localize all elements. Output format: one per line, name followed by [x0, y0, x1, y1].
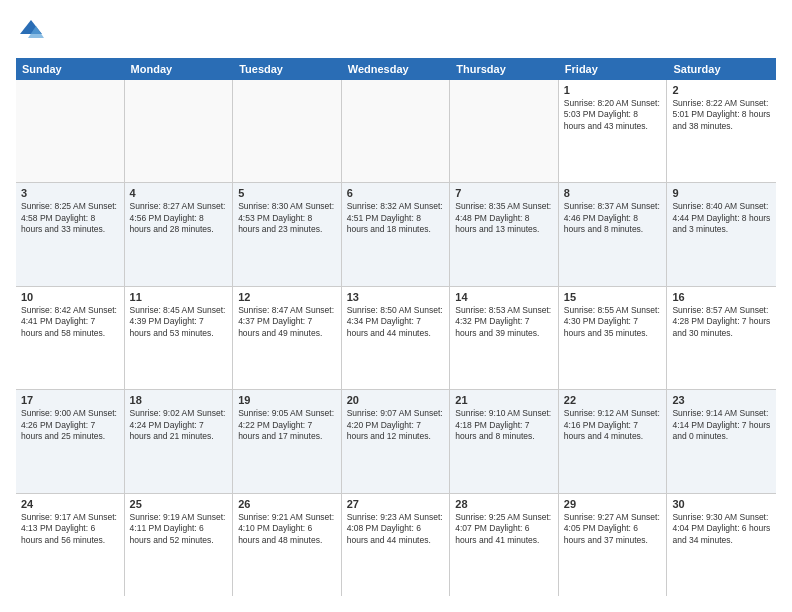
day-cell-5: 5Sunrise: 8:30 AM Sunset: 4:53 PM Daylig…	[233, 183, 342, 285]
day-info: Sunrise: 9:30 AM Sunset: 4:04 PM Dayligh…	[672, 512, 771, 546]
day-info: Sunrise: 9:21 AM Sunset: 4:10 PM Dayligh…	[238, 512, 336, 546]
day-cell-16: 16Sunrise: 8:57 AM Sunset: 4:28 PM Dayli…	[667, 287, 776, 389]
day-cell-18: 18Sunrise: 9:02 AM Sunset: 4:24 PM Dayli…	[125, 390, 234, 492]
day-number: 21	[455, 394, 553, 406]
day-cell-26: 26Sunrise: 9:21 AM Sunset: 4:10 PM Dayli…	[233, 494, 342, 596]
day-info: Sunrise: 8:22 AM Sunset: 5:01 PM Dayligh…	[672, 98, 771, 132]
empty-cell	[450, 80, 559, 182]
day-number: 20	[347, 394, 445, 406]
day-info: Sunrise: 8:53 AM Sunset: 4:32 PM Dayligh…	[455, 305, 553, 339]
day-cell-19: 19Sunrise: 9:05 AM Sunset: 4:22 PM Dayli…	[233, 390, 342, 492]
day-number: 16	[672, 291, 771, 303]
day-cell-24: 24Sunrise: 9:17 AM Sunset: 4:13 PM Dayli…	[16, 494, 125, 596]
day-info: Sunrise: 9:12 AM Sunset: 4:16 PM Dayligh…	[564, 408, 662, 442]
day-number: 10	[21, 291, 119, 303]
day-cell-28: 28Sunrise: 9:25 AM Sunset: 4:07 PM Dayli…	[450, 494, 559, 596]
day-cell-2: 2Sunrise: 8:22 AM Sunset: 5:01 PM Daylig…	[667, 80, 776, 182]
day-number: 1	[564, 84, 662, 96]
day-info: Sunrise: 8:25 AM Sunset: 4:58 PM Dayligh…	[21, 201, 119, 235]
day-cell-29: 29Sunrise: 9:27 AM Sunset: 4:05 PM Dayli…	[559, 494, 668, 596]
day-info: Sunrise: 9:05 AM Sunset: 4:22 PM Dayligh…	[238, 408, 336, 442]
day-cell-3: 3Sunrise: 8:25 AM Sunset: 4:58 PM Daylig…	[16, 183, 125, 285]
day-info: Sunrise: 9:02 AM Sunset: 4:24 PM Dayligh…	[130, 408, 228, 442]
day-info: Sunrise: 9:07 AM Sunset: 4:20 PM Dayligh…	[347, 408, 445, 442]
day-info: Sunrise: 8:37 AM Sunset: 4:46 PM Dayligh…	[564, 201, 662, 235]
day-cell-7: 7Sunrise: 8:35 AM Sunset: 4:48 PM Daylig…	[450, 183, 559, 285]
day-number: 12	[238, 291, 336, 303]
day-info: Sunrise: 9:00 AM Sunset: 4:26 PM Dayligh…	[21, 408, 119, 442]
day-number: 23	[672, 394, 771, 406]
day-number: 25	[130, 498, 228, 510]
day-cell-20: 20Sunrise: 9:07 AM Sunset: 4:20 PM Dayli…	[342, 390, 451, 492]
day-number: 30	[672, 498, 771, 510]
day-cell-11: 11Sunrise: 8:45 AM Sunset: 4:39 PM Dayli…	[125, 287, 234, 389]
day-cell-13: 13Sunrise: 8:50 AM Sunset: 4:34 PM Dayli…	[342, 287, 451, 389]
logo-icon	[16, 16, 46, 46]
day-cell-4: 4Sunrise: 8:27 AM Sunset: 4:56 PM Daylig…	[125, 183, 234, 285]
day-info: Sunrise: 8:55 AM Sunset: 4:30 PM Dayligh…	[564, 305, 662, 339]
page: SundayMondayTuesdayWednesdayThursdayFrid…	[0, 0, 792, 612]
empty-cell	[16, 80, 125, 182]
day-info: Sunrise: 8:47 AM Sunset: 4:37 PM Dayligh…	[238, 305, 336, 339]
day-cell-25: 25Sunrise: 9:19 AM Sunset: 4:11 PM Dayli…	[125, 494, 234, 596]
header-day-wednesday: Wednesday	[342, 58, 451, 80]
day-number: 19	[238, 394, 336, 406]
day-info: Sunrise: 8:30 AM Sunset: 4:53 PM Dayligh…	[238, 201, 336, 235]
header	[16, 16, 776, 46]
day-number: 4	[130, 187, 228, 199]
empty-cell	[342, 80, 451, 182]
header-day-friday: Friday	[559, 58, 668, 80]
day-info: Sunrise: 8:50 AM Sunset: 4:34 PM Dayligh…	[347, 305, 445, 339]
day-info: Sunrise: 8:27 AM Sunset: 4:56 PM Dayligh…	[130, 201, 228, 235]
day-cell-27: 27Sunrise: 9:23 AM Sunset: 4:08 PM Dayli…	[342, 494, 451, 596]
calendar-row-1: 3Sunrise: 8:25 AM Sunset: 4:58 PM Daylig…	[16, 183, 776, 286]
header-day-sunday: Sunday	[16, 58, 125, 80]
day-number: 27	[347, 498, 445, 510]
logo	[16, 16, 50, 46]
day-number: 7	[455, 187, 553, 199]
day-number: 18	[130, 394, 228, 406]
day-number: 29	[564, 498, 662, 510]
day-cell-6: 6Sunrise: 8:32 AM Sunset: 4:51 PM Daylig…	[342, 183, 451, 285]
day-cell-30: 30Sunrise: 9:30 AM Sunset: 4:04 PM Dayli…	[667, 494, 776, 596]
header-day-thursday: Thursday	[450, 58, 559, 80]
day-cell-8: 8Sunrise: 8:37 AM Sunset: 4:46 PM Daylig…	[559, 183, 668, 285]
day-info: Sunrise: 8:20 AM Sunset: 5:03 PM Dayligh…	[564, 98, 662, 132]
day-info: Sunrise: 8:42 AM Sunset: 4:41 PM Dayligh…	[21, 305, 119, 339]
day-info: Sunrise: 8:57 AM Sunset: 4:28 PM Dayligh…	[672, 305, 771, 339]
day-number: 5	[238, 187, 336, 199]
day-cell-10: 10Sunrise: 8:42 AM Sunset: 4:41 PM Dayli…	[16, 287, 125, 389]
day-info: Sunrise: 8:45 AM Sunset: 4:39 PM Dayligh…	[130, 305, 228, 339]
empty-cell	[233, 80, 342, 182]
day-cell-17: 17Sunrise: 9:00 AM Sunset: 4:26 PM Dayli…	[16, 390, 125, 492]
day-number: 24	[21, 498, 119, 510]
calendar-row-2: 10Sunrise: 8:42 AM Sunset: 4:41 PM Dayli…	[16, 287, 776, 390]
day-info: Sunrise: 9:23 AM Sunset: 4:08 PM Dayligh…	[347, 512, 445, 546]
day-info: Sunrise: 8:40 AM Sunset: 4:44 PM Dayligh…	[672, 201, 771, 235]
day-info: Sunrise: 9:17 AM Sunset: 4:13 PM Dayligh…	[21, 512, 119, 546]
calendar-row-0: 1Sunrise: 8:20 AM Sunset: 5:03 PM Daylig…	[16, 80, 776, 183]
day-cell-22: 22Sunrise: 9:12 AM Sunset: 4:16 PM Dayli…	[559, 390, 668, 492]
day-number: 6	[347, 187, 445, 199]
day-info: Sunrise: 9:25 AM Sunset: 4:07 PM Dayligh…	[455, 512, 553, 546]
calendar-row-3: 17Sunrise: 9:00 AM Sunset: 4:26 PM Dayli…	[16, 390, 776, 493]
day-number: 2	[672, 84, 771, 96]
day-number: 22	[564, 394, 662, 406]
day-number: 15	[564, 291, 662, 303]
day-info: Sunrise: 9:14 AM Sunset: 4:14 PM Dayligh…	[672, 408, 771, 442]
day-cell-1: 1Sunrise: 8:20 AM Sunset: 5:03 PM Daylig…	[559, 80, 668, 182]
day-info: Sunrise: 9:27 AM Sunset: 4:05 PM Dayligh…	[564, 512, 662, 546]
day-number: 26	[238, 498, 336, 510]
day-number: 17	[21, 394, 119, 406]
day-number: 11	[130, 291, 228, 303]
calendar-header: SundayMondayTuesdayWednesdayThursdayFrid…	[16, 58, 776, 80]
header-day-saturday: Saturday	[667, 58, 776, 80]
header-day-monday: Monday	[125, 58, 234, 80]
empty-cell	[125, 80, 234, 182]
header-day-tuesday: Tuesday	[233, 58, 342, 80]
calendar-body: 1Sunrise: 8:20 AM Sunset: 5:03 PM Daylig…	[16, 80, 776, 596]
day-cell-15: 15Sunrise: 8:55 AM Sunset: 4:30 PM Dayli…	[559, 287, 668, 389]
day-cell-12: 12Sunrise: 8:47 AM Sunset: 4:37 PM Dayli…	[233, 287, 342, 389]
day-info: Sunrise: 8:35 AM Sunset: 4:48 PM Dayligh…	[455, 201, 553, 235]
day-cell-9: 9Sunrise: 8:40 AM Sunset: 4:44 PM Daylig…	[667, 183, 776, 285]
